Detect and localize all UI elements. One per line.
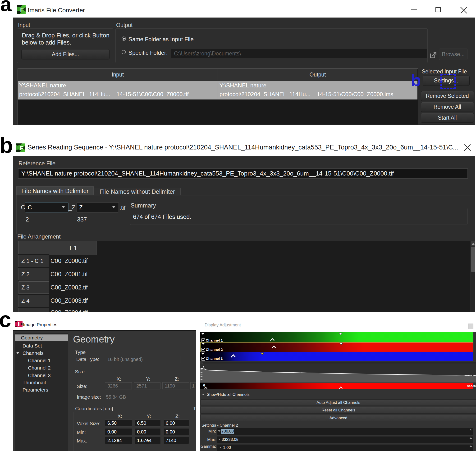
svg-text:F: F xyxy=(19,145,23,151)
svg-text:F: F xyxy=(20,7,24,13)
